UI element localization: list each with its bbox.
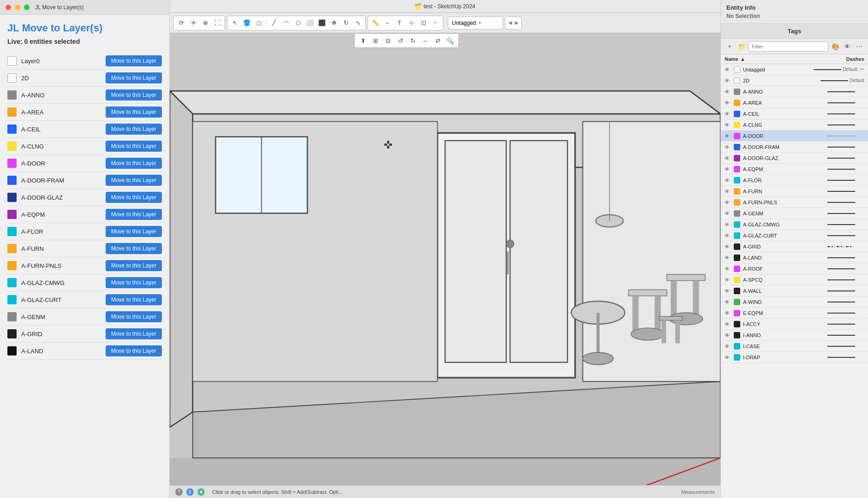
viewport[interactable]: ✜: [170, 33, 720, 485]
help-icon[interactable]: ?: [175, 488, 183, 496]
nav-forward-icon[interactable]: ▶: [514, 20, 519, 26]
tool-move-up[interactable]: ⬆: [357, 35, 369, 46]
zoom-tool[interactable]: ⊕: [200, 18, 211, 29]
tool-select-all[interactable]: ⊞: [370, 35, 381, 46]
tag-visibility-icon[interactable]: 👁: [725, 111, 731, 117]
tag-row[interactable]: 👁 A-SPCQ: [721, 274, 868, 285]
move-to-layer-button[interactable]: Move to this Layer: [106, 260, 162, 271]
tool-rotate-right[interactable]: ↻: [407, 35, 418, 46]
tag-visibility-icon[interactable]: 👁: [725, 89, 731, 95]
tag-row[interactable]: 👁 A-FURN: [721, 186, 868, 197]
tag-row[interactable]: 👁 E-EQPM: [721, 308, 868, 319]
move-to-layer-button[interactable]: Move to this Layer: [106, 345, 162, 356]
tag-row[interactable]: 👁 2D Default: [721, 75, 868, 86]
tag-visibility-icon[interactable]: 👁: [725, 100, 731, 106]
tag-visibility-icon[interactable]: 👁: [725, 78, 731, 83]
tag-row[interactable]: 👁 A-WALL: [721, 285, 868, 296]
move-to-layer-button[interactable]: Move to this Layer: [106, 328, 162, 339]
shape-tool[interactable]: ⬡: [292, 18, 303, 29]
move-to-layer-button[interactable]: Move to this Layer: [106, 55, 162, 66]
tag-visibility-icon[interactable]: 👁: [725, 67, 731, 72]
tag-row[interactable]: 👁 A-DOOR: [721, 130, 868, 142]
tag-visibility-icon[interactable]: 👁: [725, 332, 731, 338]
maximize-button[interactable]: [24, 5, 30, 10]
tags-visibility-icon[interactable]: 👁: [842, 42, 852, 52]
tape-tool[interactable]: 📏: [370, 18, 381, 29]
paint-tool[interactable]: 🪣: [241, 18, 252, 29]
tag-visibility-icon[interactable]: 👁: [725, 277, 731, 283]
move-to-layer-button[interactable]: Move to this Layer: [106, 226, 162, 237]
pan-tool[interactable]: ✛: [188, 18, 199, 29]
layer-selector[interactable]: Untagged ▾: [448, 17, 503, 30]
move-to-layer-button[interactable]: Move to this Layer: [106, 89, 162, 101]
close-button[interactable]: [6, 5, 11, 10]
status-circle-icon[interactable]: ●: [197, 488, 205, 496]
push-tool[interactable]: ⬛: [316, 18, 327, 29]
edit-icon[interactable]: ✏: [860, 66, 864, 72]
tags-filter-input[interactable]: [749, 42, 828, 52]
tag-visibility-icon[interactable]: 👁: [725, 244, 731, 249]
tag-row[interactable]: 👁 A-CLNG: [721, 119, 868, 130]
tag-row[interactable]: 👁 I-CASE: [721, 341, 868, 352]
tag-row[interactable]: 👁 Untagged Default ✏: [721, 64, 868, 75]
move-to-layer-button[interactable]: Move to this Layer: [106, 72, 162, 83]
move-to-layer-button[interactable]: Move to this Layer: [106, 175, 162, 186]
line-tool[interactable]: ╱: [268, 18, 279, 29]
tag-row[interactable]: 👁 A-GLAZ-CURT: [721, 230, 868, 241]
tag-visibility-icon[interactable]: 👁: [725, 355, 731, 360]
tag-row[interactable]: 👁 A-ANNO: [721, 86, 868, 97]
select-tool[interactable]: ↖: [229, 18, 240, 29]
tag-row[interactable]: 👁 A-LAND: [721, 252, 868, 263]
tag-visibility-icon[interactable]: 👁: [725, 266, 731, 272]
tag-visibility-icon[interactable]: 👁: [725, 178, 731, 183]
info-icon[interactable]: ℹ: [186, 488, 194, 496]
tag-visibility-icon[interactable]: 👁: [725, 288, 731, 294]
minimize-button[interactable]: [15, 5, 20, 10]
scale-tool[interactable]: ⤡: [352, 18, 363, 29]
tag-row[interactable]: 👁 A-CEIL: [721, 108, 868, 119]
tag-row[interactable]: 👁 A-EQPM: [721, 164, 868, 175]
tag-visibility-icon[interactable]: 👁: [725, 233, 731, 238]
section-tool[interactable]: ⊡: [418, 18, 429, 29]
tag-row[interactable]: 👁 A-FURN-PNLS: [721, 197, 868, 208]
move-to-layer-button[interactable]: Move to this Layer: [106, 209, 162, 220]
move-to-layer-button[interactable]: Move to this Layer: [106, 124, 162, 135]
sort-icon[interactable]: ▲: [740, 56, 745, 62]
tool-mirror[interactable]: ⇄: [432, 35, 443, 46]
move-to-layer-button[interactable]: Move to this Layer: [106, 243, 162, 254]
tag-visibility-icon[interactable]: 👁: [725, 344, 731, 349]
nav-back-icon[interactable]: ◀: [507, 20, 513, 26]
move-to-layer-button[interactable]: Move to this Layer: [106, 141, 162, 152]
rotate-tool[interactable]: ↻: [340, 18, 351, 29]
tag-visibility-icon[interactable]: 👁: [725, 189, 731, 194]
move-to-layer-button[interactable]: Move to this Layer: [106, 294, 162, 305]
tag-row[interactable]: 👁 A-AREA: [721, 97, 868, 108]
tag-row[interactable]: 👁 A-FLOR: [721, 175, 868, 186]
tag-row[interactable]: 👁 I-ANNO: [721, 330, 868, 341]
tag-visibility-icon[interactable]: 👁: [725, 255, 731, 261]
axes-tool[interactable]: ⊹: [406, 18, 417, 29]
rect-tool[interactable]: ⬜: [304, 18, 315, 29]
tag-visibility-icon[interactable]: 👁: [725, 166, 731, 172]
tag-visibility-icon[interactable]: 👁: [725, 222, 731, 227]
tool-rotate-left[interactable]: ↺: [395, 35, 406, 46]
tag-row[interactable]: 👁 A-DOOR-GLAZ: [721, 153, 868, 164]
tool-flip[interactable]: ↔: [420, 35, 431, 46]
tag-visibility-icon[interactable]: 👁: [725, 299, 731, 305]
tag-row[interactable]: 👁 A-GRID: [721, 241, 868, 252]
folder-tag-button[interactable]: 📁: [737, 42, 747, 52]
tag-visibility-icon[interactable]: 👁: [725, 310, 731, 316]
tag-visibility-icon[interactable]: 👁: [725, 122, 731, 128]
tool-component[interactable]: ⊟: [382, 35, 393, 46]
tag-visibility-icon[interactable]: 👁: [725, 200, 731, 205]
zoom-extents-tool[interactable]: ⛶: [212, 18, 223, 29]
tag-row[interactable]: 👁 I-DRAP: [721, 352, 868, 363]
tags-menu-icon[interactable]: ⋯: [854, 42, 864, 52]
dimension-tool[interactable]: ↔: [382, 18, 393, 29]
text-tool[interactable]: T: [394, 18, 405, 29]
move-to-layer-button[interactable]: Move to this Layer: [106, 192, 162, 203]
tag-row[interactable]: 👁 A-GLAZ-CMWG: [721, 219, 868, 230]
tag-visibility-icon[interactable]: 👁: [725, 133, 731, 139]
arc-tool[interactable]: ◠: [280, 18, 291, 29]
eraser-tool[interactable]: ◻: [253, 18, 264, 29]
